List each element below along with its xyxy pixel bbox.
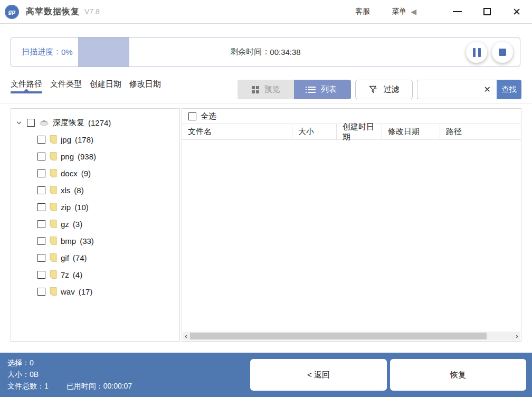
preview-view-button[interactable]: 预览 bbox=[238, 80, 294, 99]
column-file-name[interactable]: 文件名 bbox=[182, 124, 292, 139]
column-size[interactable]: 大小 bbox=[292, 124, 337, 139]
checkbox[interactable] bbox=[37, 271, 45, 279]
tab-create-date[interactable]: 创建日期 bbox=[90, 79, 121, 97]
file-tree: 深度恢复 (1274) jpg (178) png (938) bbox=[11, 109, 179, 300]
list-view-button[interactable]: 列表 bbox=[294, 80, 351, 99]
column-create-date[interactable]: 创建时日期 bbox=[337, 124, 382, 139]
column-modify-date[interactable]: 修改日期 bbox=[382, 124, 440, 139]
tab-label: 文件类型 bbox=[50, 79, 82, 88]
column-path[interactable]: 路径 bbox=[440, 124, 521, 139]
minimize-icon bbox=[453, 11, 462, 12]
tree-item-label: jpg bbox=[61, 135, 71, 144]
tree-item-count: (178) bbox=[75, 135, 93, 144]
footer-bar: 选择：0 大小：0B 文件总数：1 已用时间：00:00:07 < 返回 恢复 bbox=[0, 353, 532, 397]
tab-file-path[interactable]: 文件路径 bbox=[11, 79, 42, 97]
tree-item-wav[interactable]: wav (17) bbox=[11, 283, 179, 300]
scroll-left-icon[interactable]: ‹ bbox=[183, 332, 189, 341]
folder-icon bbox=[50, 169, 57, 177]
filter-label: 过滤 bbox=[384, 84, 400, 94]
folder-icon bbox=[50, 253, 57, 262]
maximize-button[interactable] bbox=[479, 4, 495, 20]
tree-item-count: (8) bbox=[74, 186, 83, 195]
checkbox[interactable] bbox=[37, 153, 45, 160]
tab-modify-date[interactable]: 修改日期 bbox=[129, 79, 161, 97]
tree-root-deep-recovery[interactable]: 深度恢复 (1274) bbox=[11, 114, 179, 131]
tree-item-7z[interactable]: 7z (4) bbox=[11, 266, 179, 283]
folder-icon bbox=[50, 287, 57, 296]
file-list-panel: 全选 文件名 大小 创建时日期 修改日期 路径 ‹ › bbox=[182, 108, 521, 342]
folder-icon bbox=[50, 186, 57, 194]
filter-funnel-icon bbox=[369, 86, 377, 94]
app-logo-icon: gp bbox=[5, 5, 19, 19]
tab-label: 修改日期 bbox=[129, 79, 161, 88]
checkbox[interactable] bbox=[27, 119, 35, 127]
tree-item-count: (33) bbox=[80, 237, 94, 245]
tree-item-label: 7z bbox=[61, 270, 69, 279]
tree-item-bmp[interactable]: bmp (33) bbox=[11, 232, 179, 249]
search-button[interactable]: 查找 bbox=[497, 80, 521, 99]
checkbox[interactable] bbox=[37, 186, 45, 194]
tree-item-count: (17) bbox=[79, 287, 93, 296]
tree-item-png[interactable]: png (938) bbox=[11, 148, 179, 165]
app-version: V7.8 bbox=[84, 7, 100, 16]
folder-icon bbox=[50, 237, 57, 245]
tree-item-label: zip bbox=[61, 203, 71, 212]
tree-item-label: wav bbox=[61, 287, 75, 296]
folder-icon bbox=[50, 203, 57, 211]
list-view-icon bbox=[308, 87, 316, 93]
minimize-button[interactable] bbox=[449, 4, 465, 20]
list-label: 列表 bbox=[321, 84, 337, 94]
view-tabs: 文件路径 文件类型 创建日期 修改日期 bbox=[11, 79, 161, 97]
scrollbar-thumb[interactable] bbox=[190, 333, 487, 339]
checkbox[interactable] bbox=[37, 288, 45, 296]
tree-item-gif[interactable]: gif (74) bbox=[11, 249, 179, 266]
tree-item-gz[interactable]: gz (3) bbox=[11, 215, 179, 232]
app-title: 高苹数据恢复 bbox=[26, 6, 80, 17]
maximize-icon bbox=[483, 8, 491, 15]
tab-file-type[interactable]: 文件类型 bbox=[50, 79, 82, 97]
remaining-time-label: 剩余时间： bbox=[230, 47, 270, 57]
tree-item-xls[interactable]: xls (8) bbox=[11, 182, 179, 199]
checkbox[interactable] bbox=[37, 220, 45, 228]
pause-button[interactable] bbox=[466, 42, 487, 63]
stop-button[interactable] bbox=[492, 42, 513, 63]
title-bar: gp 高苹数据恢复 V7.8 客服 菜单 ◀ ✕ bbox=[0, 0, 532, 24]
recover-button[interactable]: 恢复 bbox=[390, 359, 526, 391]
back-button[interactable]: < 返回 bbox=[250, 359, 387, 391]
tree-item-jpg[interactable]: jpg (178) bbox=[11, 131, 179, 148]
menu-collapse-icon[interactable]: ◀ bbox=[411, 7, 416, 16]
footer-stats: 选择：0 大小：0B 文件总数：1 已用时间：00:00:07 bbox=[7, 357, 132, 392]
select-all-checkbox[interactable] bbox=[188, 112, 196, 120]
folder-icon bbox=[50, 220, 57, 228]
menu-button[interactable]: 菜单 bbox=[392, 7, 406, 16]
footer-stats-row3: 文件总数：1 已用时间：00:00:07 bbox=[7, 380, 132, 392]
tree-item-label: gz bbox=[61, 220, 69, 229]
scroll-right-icon[interactable]: › bbox=[514, 332, 520, 341]
horizontal-scrollbar[interactable]: ‹ › bbox=[183, 332, 520, 341]
clear-search-icon[interactable]: ✕ bbox=[484, 80, 491, 99]
checkbox[interactable] bbox=[37, 254, 45, 262]
tree-item-label: xls bbox=[61, 186, 70, 195]
close-button[interactable]: ✕ bbox=[509, 4, 525, 20]
tree-item-docx[interactable]: docx (9) bbox=[11, 165, 179, 182]
checkbox[interactable] bbox=[37, 136, 45, 144]
tree-item-zip[interactable]: zip (10) bbox=[11, 199, 179, 215]
tree-item-label: bmp bbox=[61, 237, 76, 245]
folder-icon bbox=[50, 152, 57, 160]
elapsed-time: 已用时间：00:00:07 bbox=[66, 382, 132, 390]
search-bar: ✕ 查找 bbox=[417, 80, 521, 99]
disk-icon bbox=[39, 119, 49, 126]
chevron-down-icon[interactable] bbox=[16, 121, 24, 125]
total-files: 文件总数：1 bbox=[7, 382, 49, 390]
checkbox[interactable] bbox=[37, 169, 45, 177]
list-column-header: 文件名 大小 创建时日期 修改日期 路径 bbox=[182, 124, 521, 140]
tree-item-count: (9) bbox=[81, 169, 91, 178]
checkbox[interactable] bbox=[37, 237, 45, 245]
filter-button[interactable]: 过滤 bbox=[355, 80, 413, 99]
tree-item-count: (4) bbox=[73, 270, 82, 279]
tabs-divider bbox=[0, 103, 532, 104]
tree-root-count: (1274) bbox=[88, 118, 111, 127]
folder-icon bbox=[50, 270, 57, 279]
checkbox[interactable] bbox=[37, 203, 45, 211]
customer-service-button[interactable]: 客服 bbox=[355, 7, 370, 16]
